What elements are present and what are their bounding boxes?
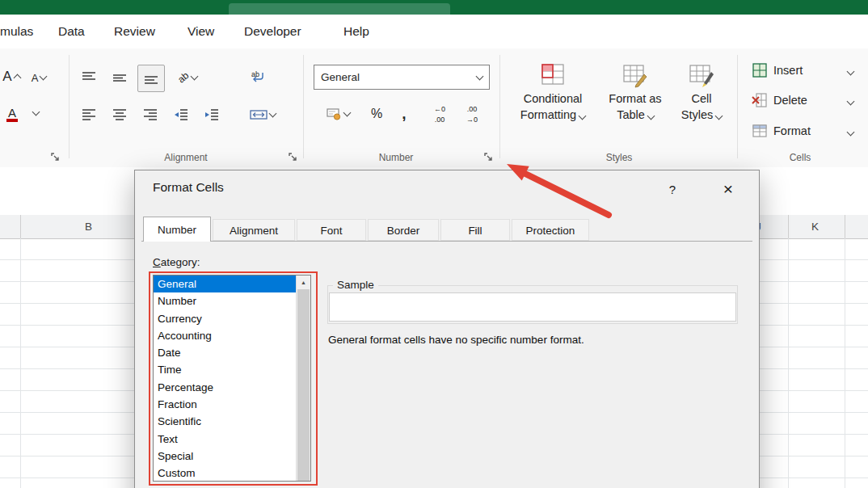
align-top-icon <box>82 71 96 84</box>
delete-label: Delete <box>773 94 807 107</box>
decrease-decimal-button[interactable]: .00 →0 <box>457 100 487 128</box>
caret-down-icon <box>40 73 48 81</box>
number-dialog-launcher[interactable] <box>482 150 495 163</box>
delete-cells-button[interactable]: Delete <box>752 90 858 111</box>
merge-center-button[interactable] <box>241 102 284 128</box>
category-label: Category: <box>153 256 200 268</box>
ribbon-tab-bar: mulas Data Review View Developer Help <box>0 15 868 48</box>
ribbon: A A A ab ab <box>0 48 868 168</box>
chevron-down-icon <box>269 110 277 118</box>
conditional-formatting-label-line1: Conditional <box>524 90 583 107</box>
tab-formulas-partial[interactable]: mulas <box>0 15 33 48</box>
chevron-down-icon <box>476 72 484 80</box>
number-group-label: Number <box>315 152 477 165</box>
chevron-down-icon <box>647 112 655 120</box>
chevron-down-icon <box>847 98 855 106</box>
font-dialog-launcher[interactable] <box>48 150 61 163</box>
align-top-button[interactable] <box>76 65 102 90</box>
grow-font-icon: A <box>2 69 11 85</box>
decrease-indent-icon <box>174 108 188 121</box>
comma-style-button[interactable]: , <box>394 102 414 126</box>
tab-data[interactable]: Data <box>58 15 85 48</box>
align-middle-button[interactable] <box>107 65 133 90</box>
format-cells-button[interactable]: Format <box>752 120 858 141</box>
group-separator <box>69 55 70 158</box>
decrease-indent-button[interactable] <box>168 102 194 128</box>
column-header-k[interactable]: K <box>811 215 819 238</box>
conditional-formatting-button[interactable]: Conditional Formatting <box>511 58 595 123</box>
dialog-tab-font[interactable]: Font <box>297 219 366 241</box>
merge-center-icon <box>250 108 268 121</box>
number-format-dropdown[interactable]: General <box>314 65 490 90</box>
align-right-icon <box>143 108 158 121</box>
align-right-button[interactable] <box>137 102 163 128</box>
dialog-tab-protection[interactable]: Protection <box>512 219 589 241</box>
dialog-tab-number[interactable]: Number <box>143 217 211 242</box>
align-center-icon <box>112 108 127 121</box>
group-separator <box>737 55 738 158</box>
wrap-text-icon: ab <box>250 70 266 85</box>
format-as-table-label-line2: Table <box>617 107 654 123</box>
accounting-format-button[interactable] <box>318 102 357 126</box>
chevron-down-icon <box>32 108 40 116</box>
alignment-dialog-launcher[interactable] <box>286 150 299 163</box>
tab-review[interactable]: Review <box>114 15 155 48</box>
chevron-down-icon <box>715 112 723 120</box>
gridline <box>845 238 845 488</box>
sample-field <box>329 292 736 322</box>
dialog-launcher-icon <box>288 152 298 162</box>
tab-help[interactable]: Help <box>343 15 369 48</box>
excel-window: mulas Data Review View Developer Help A … <box>0 0 868 488</box>
dialog-tab-alignment[interactable]: Alignment <box>213 219 295 241</box>
cell-styles-icon <box>688 58 715 90</box>
format-as-table-button[interactable]: Format as Table <box>598 58 672 123</box>
format-description: General format cells have no specific nu… <box>328 334 584 346</box>
percent-style-button[interactable]: % <box>365 102 388 126</box>
align-center-button[interactable] <box>107 102 133 128</box>
comma-icon: , <box>402 108 406 120</box>
column-divider <box>20 215 21 238</box>
align-left-button[interactable] <box>76 102 102 128</box>
font-color-icon: A <box>6 107 18 122</box>
format-label: Format <box>773 124 811 137</box>
search-box-partial[interactable] <box>229 3 450 15</box>
orientation-icon: ab <box>175 69 191 85</box>
sample-label: Sample <box>333 279 378 291</box>
format-as-table-icon <box>622 58 649 90</box>
increase-font-size-button[interactable]: A <box>0 65 23 89</box>
align-middle-icon <box>112 71 127 84</box>
cell-styles-label-line1: Cell <box>692 90 712 107</box>
cell-styles-button[interactable]: Cell Styles <box>674 58 729 123</box>
tab-developer[interactable]: Developer <box>244 15 301 48</box>
close-button[interactable]: × <box>712 175 744 203</box>
column-header-b[interactable]: B <box>85 215 92 238</box>
dialog-launcher-icon <box>483 152 494 162</box>
conditional-formatting-label-line2: Formatting <box>520 107 585 123</box>
caret-up-icon <box>13 74 21 82</box>
decrease-decimal-icon: .00 <box>467 105 478 113</box>
dialog-tab-border[interactable]: Border <box>368 219 439 241</box>
font-color-button[interactable]: A <box>0 102 24 126</box>
orientation-button[interactable]: ab <box>168 65 207 90</box>
number-format-value: General <box>314 71 477 83</box>
chevron-down-icon <box>579 112 587 120</box>
chevron-down-icon <box>847 128 855 137</box>
format-as-table-label-line1: Format as <box>609 90 661 107</box>
align-bottom-button[interactable] <box>137 65 165 92</box>
tab-view[interactable]: View <box>188 15 214 48</box>
help-button[interactable]: ? <box>660 177 685 201</box>
font-color-dropdown[interactable] <box>29 107 42 120</box>
align-bottom-icon <box>144 72 158 85</box>
percent-icon: % <box>371 107 382 121</box>
increase-decimal-button[interactable]: ←0 .00 <box>425 100 454 128</box>
chevron-down-icon <box>343 109 352 117</box>
increase-indent-button[interactable] <box>199 102 225 128</box>
decrease-decimal-icon: →0 <box>466 116 478 124</box>
wrap-text-button[interactable]: ab <box>241 65 275 90</box>
insert-cells-button[interactable]: Insert <box>752 60 858 81</box>
decrease-font-size-button[interactable]: A <box>27 66 50 89</box>
dialog-tab-fill[interactable]: Fill <box>440 219 510 241</box>
group-separator <box>303 55 304 158</box>
tab-strip-line <box>141 241 752 242</box>
dialog-launcher-icon <box>50 152 61 162</box>
